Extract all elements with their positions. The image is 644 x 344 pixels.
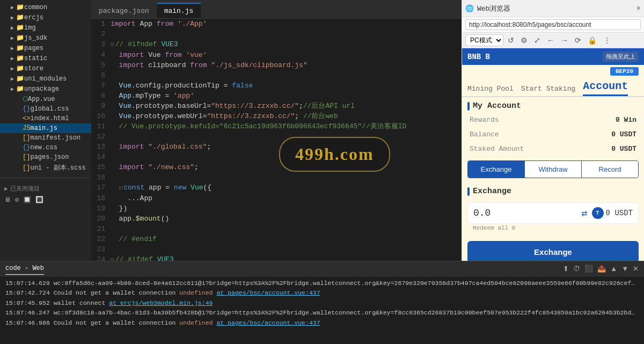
browser-lock-btn[interactable]: 🔒 <box>586 35 599 46</box>
vue-icon: ⬡ <box>23 95 28 103</box>
sidebar-item-label: main.js <box>30 125 57 132</box>
bottom-close-btn[interactable]: ✕ <box>633 265 639 273</box>
browser-back-btn[interactable]: ← <box>545 35 557 46</box>
browser-title-bar: 🌐 Web浏览器 × <box>462 0 644 17</box>
bottom-scroll-down-btn[interactable]: ▼ <box>621 265 628 273</box>
sidebar-item-label: uni - 副本.scss <box>30 163 85 172</box>
tab-main-js[interactable]: main.js <box>157 3 201 18</box>
bottom-history-btn[interactable]: ⏱ <box>573 265 580 273</box>
exchange-swap-icon[interactable]: ⇄ <box>582 207 588 219</box>
terminal-output: 15:07:14.629 wc:8ffa5d6c-aa99-4b80-8ced-… <box>0 276 644 344</box>
sidebar-item-new-css[interactable]: ▶ {} new.css <box>0 143 91 152</box>
code-line-21: 21 <box>91 224 462 234</box>
browser-expand-btn[interactable]: ⤢ <box>532 35 543 46</box>
nav-mining-pool[interactable]: Mining Pool <box>467 85 514 96</box>
code-line-13: 13 import "./global.css"; <box>91 142 462 152</box>
code-line-17: 17 ⊟const app = new Vue({ <box>91 182 462 193</box>
js-icon: JS <box>23 125 30 132</box>
bnb-logo: BNB B <box>467 53 490 61</box>
browser-settings-btn[interactable]: ⚙ <box>518 35 530 46</box>
sidebar-item-manifest-json[interactable]: ▶ [] manifest.json <box>0 133 91 143</box>
rewards-row: Rewards 0 Win <box>462 113 644 127</box>
code-line-16: 16 <box>91 172 462 182</box>
chevron-right-icon: ▶ <box>4 185 8 192</box>
code-line-23: 23 <box>91 244 462 254</box>
sidebar-item-js-sdk[interactable]: ▶ 📁 js_sdk <box>0 33 91 43</box>
arrow-icon: ▶ <box>11 45 14 52</box>
browser-panel: 🌐 Web浏览器 × PC模式 ↺ ⚙ ⤢ ← → ⟳ 🔒 ⋮ BNB B <box>462 0 644 261</box>
bottom-scroll-up-btn[interactable]: ▲ <box>610 265 617 273</box>
closed-projects-section[interactable]: ▶ 已关闭项目 <box>0 181 91 194</box>
bep20-badge: BEP20 <box>610 67 639 76</box>
drag-btn[interactable]: 拖拽至此上 <box>603 52 639 62</box>
sidebar-item-ercjs[interactable]: ▶ 📁 ercjs <box>0 12 91 23</box>
browser-close-button[interactable]: × <box>636 4 641 13</box>
sidebar-item-store[interactable]: ▶ 📁 store <box>0 63 91 74</box>
terminal-link-4[interactable]: at ercjs/web3provider.js:41 <box>635 309 639 316</box>
folder-icon: 📁 <box>16 44 24 52</box>
terminal-link-1[interactable]: at ercjs/web3provider.js:41 <box>635 280 639 287</box>
exchange-button[interactable]: Exchange <box>468 161 525 178</box>
bottom-stop-btn[interactable]: ⬛ <box>584 265 593 273</box>
terminal-line-5: 15:07:46.988 Could not get a wallet conn… <box>5 318 639 328</box>
browser-menu-btn[interactable]: ⋮ <box>601 35 613 46</box>
sidebar-item-unpackage[interactable]: ▶ 📁 unpackage <box>0 84 91 94</box>
withdraw-button[interactable]: Withdraw <box>525 161 582 178</box>
staked-amount-value: 0 USDT <box>611 145 636 153</box>
sidebar-item-label: js_sdk <box>24 34 47 42</box>
terminal-link-5[interactable]: at pages/bsc/account.vue:437 <box>216 319 320 326</box>
bottom-upload-btn[interactable]: ⬆ <box>563 265 569 273</box>
sidebar-item-pages[interactable]: ▶ 📁 pages <box>0 43 91 53</box>
folder-icon: 📁 <box>16 24 24 32</box>
terminal-line-3: 15:07:45.952 wallet connect at ercjs/web… <box>5 298 639 308</box>
icon-btn-1[interactable]: 🖥 <box>4 196 11 204</box>
sidebar-item-index-html[interactable]: ▶ <> index.html <box>0 114 91 123</box>
browser-toolbar: PC模式 ↺ ⚙ ⤢ ← → ⟳ 🔒 ⋮ <box>462 33 644 48</box>
terminal-undefined-1: undefined <box>179 289 213 296</box>
code-line-4: 4 import Vue from 'vue' <box>91 50 462 60</box>
terminal-line-1: 15:07:14.629 wc:8ffa5d6c-aa99-4b80-8ced-… <box>5 279 639 288</box>
code-line-15: 15 import "./new.css"; <box>91 162 462 172</box>
nav-account[interactable]: Account <box>583 80 628 96</box>
code-line-14: 14 <box>91 152 462 162</box>
exchange-amount: 0.0 <box>473 208 577 218</box>
nav-start-staking[interactable]: Start Staking <box>521 85 575 96</box>
sidebar-item-app-vue[interactable]: ▶ ⬡ App.vue <box>0 94 91 104</box>
browser-url-input[interactable] <box>465 19 641 30</box>
tab-package-json[interactable]: package.json <box>91 3 157 18</box>
arrow-icon: ▶ <box>11 86 14 92</box>
sidebar-item-uni-scss[interactable]: ▶ [] uni - 副本.scss <box>0 162 91 173</box>
tab-code-web[interactable]: code - Web <box>5 262 44 275</box>
sidebar-item-img[interactable]: ▶ 📁 img <box>0 23 91 33</box>
sidebar-item-global-css[interactable]: ▶ {} global.css <box>0 104 91 114</box>
bottom-tab-bar: code - Web ⬆ ⏱ ⬛ 📤 ▲ ▼ ✕ <box>0 261 644 276</box>
code-line-6: 6 <box>91 70 462 80</box>
terminal-line-2: 15:07:42.724 Could not get a wallet conn… <box>5 288 639 298</box>
record-button[interactable]: Record <box>582 161 638 178</box>
sidebar-item-uni-modules[interactable]: ▶ 📁 uni_modules <box>0 74 91 84</box>
bottom-export-btn[interactable]: 📤 <box>597 265 606 273</box>
sidebar-item-pages-json[interactable]: ▶ [] pages.json <box>0 152 91 162</box>
arrow-icon: ▶ <box>11 25 14 31</box>
browser-refresh-btn[interactable]: ↺ <box>506 35 516 46</box>
sidebar-item-static[interactable]: ▶ 📁 static <box>0 53 91 63</box>
browser-mode-select[interactable]: PC模式 <box>465 34 503 46</box>
sidebar-item-main-js[interactable]: ▶ JS main.js <box>0 123 91 133</box>
sidebar-item-label: new.css <box>30 144 57 151</box>
rewards-label: Rewards <box>470 116 499 124</box>
sidebar-item-label: unpackage <box>24 85 59 93</box>
exchange-submit-button[interactable]: Exchange <box>467 241 639 261</box>
icon-btn-2[interactable]: ⚙ <box>15 196 19 204</box>
sidebar-item-common[interactable]: ▶ 📁 common <box>0 2 91 12</box>
terminal-link-3[interactable]: at ercjs/web3model.min.js:49 <box>109 299 213 306</box>
terminal-link-2[interactable]: at pages/bsc/account.vue:437 <box>216 289 320 296</box>
balance-label: Balance <box>470 130 499 138</box>
browser-reload-btn[interactable]: ⟳ <box>573 35 583 46</box>
browser-forward-btn[interactable]: → <box>559 35 570 46</box>
browser-title-text: Web浏览器 <box>477 4 636 13</box>
sidebar-item-label: App.vue <box>28 96 55 103</box>
icon-btn-4[interactable]: 🔳 <box>35 196 43 204</box>
exchange-section: 0.0 ⇄ T 0 USDT Redeem all 0 <box>462 198 644 237</box>
icon-btn-3[interactable]: 🔲 <box>23 196 31 204</box>
folder-icon: 📁 <box>16 85 24 93</box>
